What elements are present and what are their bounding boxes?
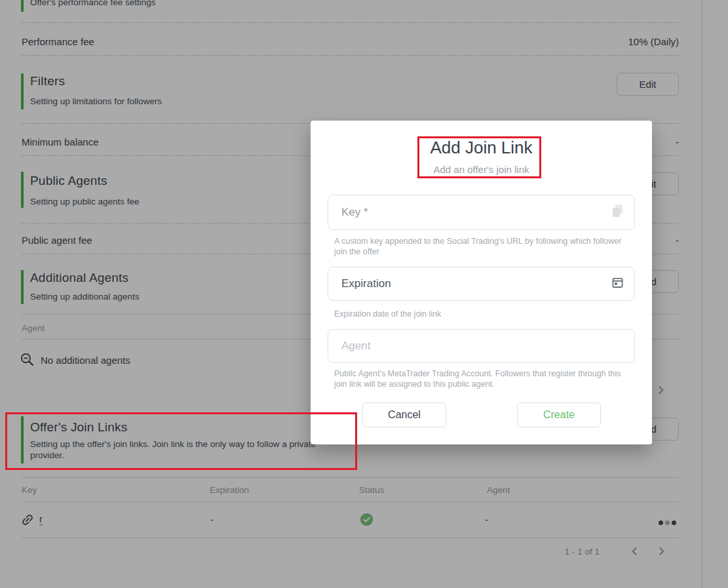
add-join-link-dialog: Add Join Link Add an offer's join link A… bbox=[311, 121, 652, 444]
dialog-subtitle: Add an offer's join link bbox=[311, 164, 652, 175]
key-input[interactable] bbox=[341, 195, 603, 229]
expiration-input[interactable] bbox=[341, 267, 603, 300]
key-helper-text: A custom key appended to the Social Trad… bbox=[334, 236, 626, 257]
create-button[interactable]: Create bbox=[517, 402, 601, 427]
dialog-title: Add Join Link bbox=[311, 138, 652, 158]
expiration-field bbox=[328, 267, 635, 301]
offer-settings-page: Offer's performance fee settings Perform… bbox=[0, 0, 728, 588]
agent-helper-text: Public Agent's MetaTrader Trading Accoun… bbox=[334, 368, 626, 389]
calendar-icon[interactable] bbox=[611, 277, 624, 292]
cancel-button[interactable]: Cancel bbox=[362, 402, 446, 427]
key-field bbox=[328, 195, 635, 230]
agent-input[interactable] bbox=[341, 330, 603, 363]
paste-icon[interactable] bbox=[611, 204, 624, 221]
agent-field bbox=[328, 329, 635, 363]
expiration-helper-text: Expiration date of the join link bbox=[334, 309, 626, 319]
